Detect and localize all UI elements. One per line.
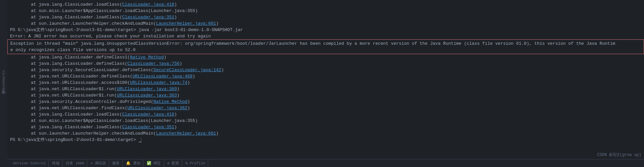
stack-line-17: at sun.launcher.LauncherHelper.checkAndL… (7, 130, 644, 137)
link-6[interactable]: ClassLoader.java:756 (127, 61, 179, 66)
tab-services[interactable]: 服务 (110, 159, 123, 167)
stack-line-16: at java.lang.ClassLoader.loadClass(Class… (7, 124, 644, 130)
tab-terminal[interactable]: 终端 (49, 159, 62, 167)
stack-line-11: at java.net.URLClassLoader$1.run(URLClas… (7, 92, 644, 99)
stack-line-8: at java.net.URLClassLoader.defineClass(U… (7, 73, 644, 79)
link-10[interactable]: URLClassLoader.java:369 (117, 87, 177, 92)
link-12[interactable]: Native Method (153, 99, 187, 104)
link-11[interactable]: URLClassLoader.java:363 (117, 93, 177, 98)
link-14[interactable]: ClassLoader.java:418 (122, 112, 174, 117)
link-9[interactable]: URLClassLoader.java:74 (130, 80, 187, 85)
tab-version-control[interactable]: Version Control (10, 159, 49, 167)
link-17[interactable]: LauncherHelper.java:601 (156, 131, 216, 136)
tab-bind[interactable]: ✅ 绑定 (144, 159, 164, 167)
terminal-content: at java.lang.ClassLoader.loadClass(Class… (7, 1, 644, 166)
stack-line-13: at java.net.URLClassLoader.findClass(URL… (7, 105, 644, 111)
bottom-bar: Version Control 终端 任务 1080 ✦ 调试器 服务 🔔 通知… (7, 159, 644, 167)
terminal-window: Bookmarks 书签 at java.lang.ClassLoader.lo… (0, 0, 644, 167)
tab-tasks[interactable]: 任务 1080 (63, 159, 87, 167)
stack-line-5: at java.lang.ClassLoader.defineClass1(Na… (7, 54, 644, 60)
link-8[interactable]: URLClassLoader.java:468 (133, 74, 192, 79)
tab-debugger[interactable]: ✦ 调试器 (88, 159, 109, 167)
link-3[interactable]: ClassLoader.java:351 (122, 15, 174, 20)
bottom-tabs: Version Control 终端 任务 1080 ✦ 调试器 服务 🔔 通知… (10, 159, 208, 167)
stack-line-2: at sun.misc.Launcher$AppClassLoader.load… (7, 8, 644, 14)
link-5[interactable]: Native Method (130, 55, 164, 60)
error-line: Error: A JNI error has occurred, please … (7, 33, 644, 39)
stack-line-6: at java.lang.ClassLoader.defineClass(Cla… (7, 60, 644, 67)
prompt-line-1: PS G:\java文件\springBoot-3\boot3-01-demo\… (7, 27, 644, 33)
stack-line-3: at java.lang.ClassLoader.loadClass(Class… (7, 14, 644, 20)
stack-line-9: at java.net.URLClassLoader.access$100(UR… (7, 79, 644, 86)
watermark: CSDN @冯洁(grow up) (597, 152, 641, 158)
stack-line-1: at java.lang.ClassLoader.loadClass(Class… (7, 1, 644, 8)
link-7[interactable]: SecureClassLoader.java:142 (153, 67, 221, 72)
stack-line-12: at java.security.AccessController.doPriv… (7, 99, 644, 105)
stack-line-10: at java.net.URLClassLoader$1.run(URLClas… (7, 86, 644, 92)
link-13[interactable]: URLClassLoader.java:362 (127, 106, 187, 111)
stack-line-14: at java.lang.ClassLoader.loadClass(Class… (7, 111, 644, 118)
stack-line-4: at sun.launcher.LauncherHelper.checkAndL… (7, 20, 644, 27)
stack-line-15: at sun.misc.Launcher$AppClassLoader.load… (7, 118, 644, 124)
link-4[interactable]: LauncherHelper.java:601 (156, 21, 216, 26)
link-16[interactable]: ClassLoader.java:351 (122, 125, 174, 130)
stack-line-7: at java.security.SecureClassLoader.defin… (7, 67, 644, 73)
error-block: Exception in thread "main" java.lang.Uns… (7, 39, 644, 54)
sidebar: Bookmarks 书签 (0, 0, 7, 167)
sidebar-bookmarks: Bookmarks (2, 70, 6, 90)
link-1[interactable]: ClassLoader.java:418 (122, 2, 174, 7)
tab-notifications[interactable]: 🔔 通知 (123, 159, 143, 167)
prompt-line-final: PS G:\java文件\springBoot-3\boot3-01-demo\… (7, 137, 644, 143)
tab-config[interactable]: ⚙ 配置 (165, 159, 182, 167)
tab-profile[interactable]: ⚙ Profile (183, 159, 208, 167)
